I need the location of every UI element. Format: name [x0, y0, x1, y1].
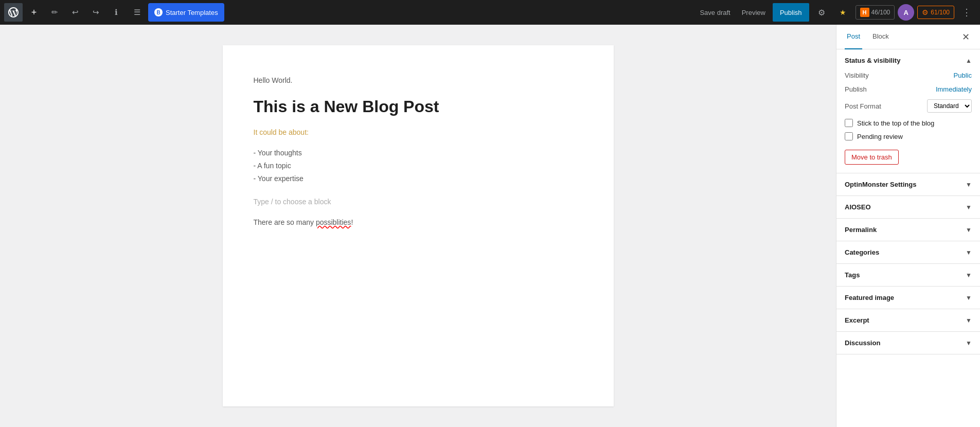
move-to-trash-button[interactable]: Move to trash: [845, 150, 899, 165]
optinmonster-chevron: ▼: [966, 181, 972, 188]
wp-logo[interactable]: [4, 3, 23, 22]
seo-score-badge[interactable]: ⚙ 61/100: [917, 6, 954, 19]
sidebar-tabs: Post Block ✕: [836, 25, 980, 49]
optinmonster-header[interactable]: OptinMonster Settings ▼: [836, 173, 980, 195]
list-view-button[interactable]: ☰: [128, 3, 146, 22]
preview-button[interactable]: Preview: [738, 6, 770, 20]
post-list: - Your thoughts - A fun topic - Your exp…: [254, 147, 583, 186]
featured-image-header[interactable]: Featured image ▼: [836, 287, 980, 309]
starter-templates-button[interactable]: B Starter Templates: [148, 3, 224, 22]
optinmonster-section: OptinMonster Settings ▼: [836, 173, 980, 196]
tags-chevron: ▼: [966, 272, 972, 279]
starter-templates-icon: B: [154, 8, 163, 16]
misspelled-word: possiblities: [316, 218, 351, 226]
right-sidebar: Post Block ✕ Status & visibility ▲ Visib…: [836, 25, 980, 427]
upgrade-icon: ★: [840, 8, 846, 16]
info-button[interactable]: ℹ: [107, 3, 126, 22]
post-footer[interactable]: There are so many possiblities!: [254, 218, 583, 226]
more-options-button[interactable]: ⋮: [957, 3, 976, 22]
editor-content: Hello World. This is a New Blog Post It …: [223, 45, 614, 406]
more-icon: ⋮: [962, 7, 971, 18]
visibility-label: Visibility: [845, 72, 869, 79]
excerpt-chevron: ▼: [966, 317, 972, 324]
visibility-value[interactable]: Public: [954, 72, 972, 79]
status-visibility-section: Status & visibility ▲ Visibility Public …: [836, 49, 980, 173]
tab-post[interactable]: Post: [845, 25, 862, 49]
stick-to-top-label: Stick to the top of the blog: [857, 119, 934, 127]
post-heading[interactable]: This is a New Blog Post: [254, 97, 583, 116]
user-avatar[interactable]: A: [898, 4, 914, 21]
type-placeholder[interactable]: Type / to choose a block: [254, 198, 583, 206]
categories-chevron: ▼: [966, 249, 972, 256]
categories-header[interactable]: Categories ▼: [836, 241, 980, 263]
stick-to-top-checkbox[interactable]: [845, 119, 853, 127]
featured-image-chevron: ▼: [966, 294, 972, 301]
status-visibility-label: Status & visibility: [845, 57, 900, 64]
plus-icon: +: [31, 7, 37, 18]
status-visibility-content: Visibility Public Publish Immediately Po…: [836, 72, 980, 173]
permalink-label: Permalink: [845, 226, 877, 234]
pending-review-checkbox[interactable]: [845, 132, 853, 140]
h-score-value: 46/100: [871, 9, 890, 16]
pending-review-row: Pending review: [845, 132, 972, 140]
excerpt-section: Excerpt ▼: [836, 309, 980, 332]
toolbar-left: + ✏ ↩ ↪ ℹ ☰ B Starter Templates: [4, 3, 224, 22]
permalink-header[interactable]: Permalink ▼: [836, 219, 980, 241]
publish-button[interactable]: Publish: [773, 3, 809, 22]
excerpt-header[interactable]: Excerpt ▼: [836, 309, 980, 331]
aioseo-header[interactable]: AIOSEO ▼: [836, 196, 980, 218]
post-list-item-1[interactable]: - Your thoughts: [254, 147, 583, 159]
seo-score-value: 61/100: [931, 9, 950, 16]
post-format-select[interactable]: Standard Aside Chat Gallery Link Image Q…: [927, 99, 972, 113]
post-body-intro[interactable]: It could be about:: [254, 127, 583, 138]
categories-section: Categories ▼: [836, 241, 980, 264]
settings-button[interactable]: ⚙: [812, 3, 831, 22]
upgrade-button[interactable]: ★: [834, 3, 852, 22]
info-icon: ℹ: [115, 8, 118, 17]
aioseo-section: AIOSEO ▼: [836, 196, 980, 219]
featured-image-label: Featured image: [845, 294, 894, 301]
main-layout: Hello World. This is a New Blog Post It …: [0, 25, 980, 427]
toolbar: + ✏ ↩ ↪ ℹ ☰ B Starter Templates Save dra…: [0, 0, 980, 25]
publish-timing-label: Publish: [845, 85, 867, 93]
publish-timing-value[interactable]: Immediately: [936, 85, 972, 93]
edit-icon: ✏: [51, 8, 58, 17]
discussion-header[interactable]: Discussion ▼: [836, 332, 980, 354]
permalink-chevron: ▼: [966, 226, 972, 234]
pending-review-label: Pending review: [857, 133, 903, 140]
excerpt-label: Excerpt: [845, 316, 869, 324]
status-visibility-header[interactable]: Status & visibility ▲: [836, 49, 980, 72]
edit-button[interactable]: ✏: [45, 3, 64, 22]
h-score-badge[interactable]: H 46/100: [856, 5, 895, 20]
post-list-item-2[interactable]: - A fun topic: [254, 159, 583, 172]
post-title[interactable]: Hello World.: [254, 76, 583, 84]
tags-header[interactable]: Tags ▼: [836, 264, 980, 286]
add-block-button[interactable]: +: [25, 3, 43, 22]
discussion-chevron: ▼: [966, 340, 972, 347]
tags-section: Tags ▼: [836, 264, 980, 287]
save-draft-button[interactable]: Save draft: [696, 6, 734, 20]
discussion-section: Discussion ▼: [836, 332, 980, 354]
undo-button[interactable]: ↩: [66, 3, 84, 22]
post-list-item-3[interactable]: - Your expertise: [254, 172, 583, 185]
featured-image-section: Featured image ▼: [836, 287, 980, 309]
redo-button[interactable]: ↪: [86, 3, 105, 22]
categories-label: Categories: [845, 248, 879, 256]
undo-icon: ↩: [72, 8, 79, 17]
tab-block[interactable]: Block: [870, 25, 891, 49]
tags-label: Tags: [845, 271, 860, 279]
editor-area[interactable]: Hello World. This is a New Blog Post It …: [0, 25, 836, 427]
discussion-label: Discussion: [845, 339, 880, 347]
h-score-icon: H: [860, 8, 869, 17]
post-format-row: Post Format Standard Aside Chat Gallery …: [845, 99, 972, 113]
publish-row: Publish Immediately: [845, 85, 972, 93]
permalink-section: Permalink ▼: [836, 219, 980, 241]
close-sidebar-button[interactable]: ✕: [960, 29, 972, 45]
starter-templates-label: Starter Templates: [166, 9, 218, 16]
aioseo-label: AIOSEO: [845, 203, 871, 211]
redo-icon: ↪: [93, 8, 99, 17]
status-visibility-chevron: ▲: [966, 57, 972, 64]
post-format-label: Post Format: [845, 102, 881, 110]
visibility-row: Visibility Public: [845, 72, 972, 79]
aioseo-chevron: ▼: [966, 204, 972, 211]
